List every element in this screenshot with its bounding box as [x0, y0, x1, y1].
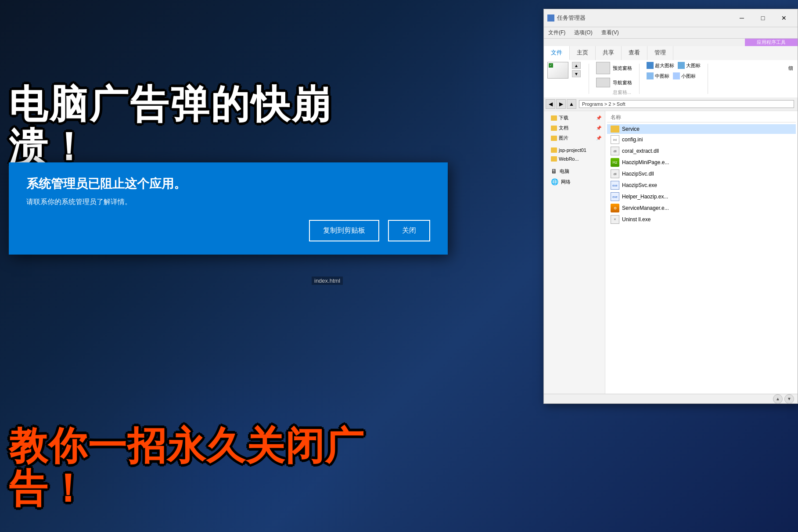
tm-icon	[547, 14, 554, 22]
address-text: Programs > 2 > Soft	[582, 101, 625, 107]
ribbon-group-file: ✓ ▲ ▼	[547, 62, 582, 96]
dialog-buttons: 复制到剪贴板 关闭	[26, 220, 430, 241]
extra-large-icon	[647, 62, 654, 69]
sidebar-label-documents: 文档	[559, 125, 568, 131]
ribbon-arrows: ▲ ▼	[572, 62, 582, 79]
file-name-helper: Helper_Haozip.ex...	[622, 194, 668, 200]
exe-icon: exe	[611, 181, 619, 190]
tab-share[interactable]: 共享	[596, 46, 622, 60]
view-large: 大图标	[678, 62, 701, 69]
menu-view[interactable]: 查看(V)	[600, 28, 621, 37]
menu-bar: 文件(F) 选项(O) 查看(V)	[544, 27, 798, 39]
app-tools-label: 应用程序工具	[745, 39, 798, 46]
explorer-sidebar: 下载 📌 文档 📌 图片 📌 jsp-project01 WebRo...	[544, 111, 605, 404]
ribbon-content: ✓ ▲ ▼ 预览窗格 导航窗格 息窗格...	[544, 60, 798, 97]
file-name-servicemanager: ServiceManager.e...	[622, 205, 669, 211]
sidebar-label-network: 网络	[561, 179, 571, 185]
file-item-service[interactable]: Service	[607, 124, 796, 134]
titlebar: 任务管理器 ─ □ ✕	[544, 9, 798, 27]
file-list-panel: 名称 Service ini config.ini dll coral_extr…	[605, 111, 798, 404]
forward-button[interactable]: ▶	[556, 99, 566, 109]
view-extra-large: 超大图标	[647, 62, 674, 69]
ribbon-down-arrow[interactable]: ▼	[572, 70, 581, 77]
folder-icon	[551, 136, 557, 141]
view-options-row2: 中图标 小图标	[647, 72, 701, 79]
file-item-servicemanager[interactable]: ⚙ ServiceManager.e...	[607, 202, 796, 214]
view-small: 小图标	[673, 72, 696, 79]
file-item-uninstall[interactable]: ✕ Uninst ll.exe	[607, 214, 796, 225]
task-manager-window: 任务管理器 ─ □ ✕ 文件(F) 选项(O) 查看(V) 应用程序工具 文件 …	[543, 9, 798, 404]
dialog-title: 系统管理员已阻止这个应用。	[26, 176, 430, 192]
preview-pane-section: 预览窗格	[596, 62, 632, 74]
sidebar-item-webro[interactable]: WebRo...	[544, 155, 605, 163]
sidebar-item-downloads[interactable]: 下载 📌	[544, 113, 605, 123]
pin-icon: 📌	[596, 136, 601, 140]
status-bar: ▲ ▼	[544, 394, 798, 403]
nav-pane-section: 导航窗格	[596, 78, 632, 87]
file-name-config: config.ini	[622, 137, 643, 143]
sidebar-item-jsp[interactable]: jsp-project01	[544, 146, 605, 155]
headline-bottom: 教你一招永久关闭广告！	[0, 425, 421, 510]
checkmark-icon: ✓	[549, 63, 553, 68]
small-icon	[673, 72, 680, 79]
close-button[interactable]: ✕	[774, 12, 794, 24]
ribbon-up-arrow[interactable]: ▲	[572, 62, 581, 69]
address-bar[interactable]: Programs > 2 > Soft	[579, 100, 794, 108]
dll-icon: dll	[611, 169, 619, 178]
address-bar-nav: ◀ ▶ ▲ Programs > 2 > Soft	[544, 97, 798, 111]
file-item-haozipsvcexe[interactable]: exe HaozipSvc.exe	[607, 180, 796, 191]
scroll-controls: ▲ ▼	[773, 394, 794, 404]
ribbon-group-view: 超大图标 大图标 中图标 小图标	[647, 62, 701, 96]
headline-top: 电脑广告弹的快崩溃！	[0, 83, 395, 169]
up-button[interactable]: ▲	[567, 99, 576, 109]
file-item-haozippage[interactable]: Hz HaozipMiniPage.e...	[607, 157, 796, 168]
nav-pane-icon	[596, 78, 610, 87]
menu-options[interactable]: 选项(O)	[572, 28, 594, 37]
large-icon	[678, 62, 685, 69]
dialog-description: 请联系你的系统管理员了解详情。	[26, 198, 430, 207]
sidebar-item-documents[interactable]: 文档 📌	[544, 123, 605, 133]
medium-icon	[647, 72, 654, 79]
file-item-helper[interactable]: exe Helper_Haozip.ex...	[607, 191, 796, 202]
index-file-label: index.html	[312, 277, 343, 285]
tab-manage[interactable]: 管理	[647, 46, 673, 60]
scroll-up-button[interactable]: ▲	[773, 394, 783, 404]
view-medium: 中图标	[647, 72, 669, 79]
pin-icon: 📌	[596, 115, 601, 120]
tab-home[interactable]: 主页	[570, 46, 596, 60]
sidebar-item-network[interactable]: 🌐 网络	[544, 176, 605, 187]
svc-icon: ⚙	[611, 204, 619, 212]
dll-icon: dll	[611, 147, 619, 155]
blocked-dialog: 系统管理员已阻止这个应用。 请联系你的系统管理员了解详情。 复制到剪贴板 关闭	[9, 162, 448, 255]
maximize-button[interactable]: □	[753, 12, 773, 24]
ribbon-separator-1	[589, 64, 589, 94]
ini-icon: ini	[611, 135, 619, 144]
explorer-body: 下载 📌 文档 📌 图片 📌 jsp-project01 WebRo...	[544, 111, 798, 404]
preview-icon	[596, 62, 610, 74]
back-button[interactable]: ◀	[546, 99, 555, 109]
menu-file[interactable]: 文件(F)	[546, 28, 567, 37]
network-icon: 🌐	[551, 178, 558, 185]
ribbon-separator-3	[708, 64, 708, 94]
scroll-down-button[interactable]: ▼	[784, 394, 794, 404]
detail-label-right: 细信	[787, 62, 794, 96]
exe-icon: exe	[611, 192, 619, 201]
sidebar-item-computer[interactable]: 🖥 电脑	[544, 166, 605, 176]
file-item-haozipsvcdll[interactable]: dll HaozipSvc.dll	[607, 168, 796, 180]
sidebar-item-pictures[interactable]: 图片 📌	[544, 133, 605, 143]
uninstall-icon: ✕	[611, 215, 619, 224]
close-dialog-button[interactable]: 关闭	[388, 220, 430, 241]
folder-icon	[551, 156, 557, 162]
file-item-config[interactable]: ini config.ini	[607, 134, 796, 145]
minimize-button[interactable]: ─	[732, 12, 752, 24]
sidebar-label-downloads: 下载	[559, 115, 568, 121]
file-item-coral[interactable]: dll coral_extract.dll	[607, 145, 796, 157]
sidebar-label-webro: WebRo...	[559, 156, 579, 162]
copy-to-clipboard-button[interactable]: 复制到剪贴板	[309, 220, 379, 241]
sidebar-label-jsp: jsp-project01	[559, 147, 586, 153]
sidebar-label-computer: 电脑	[560, 168, 569, 175]
tab-view[interactable]: 查看	[622, 46, 647, 60]
tab-file[interactable]: 文件	[544, 46, 570, 60]
ribbon-separator-2	[639, 64, 640, 94]
file-name-coral: coral_extract.dll	[622, 148, 659, 154]
